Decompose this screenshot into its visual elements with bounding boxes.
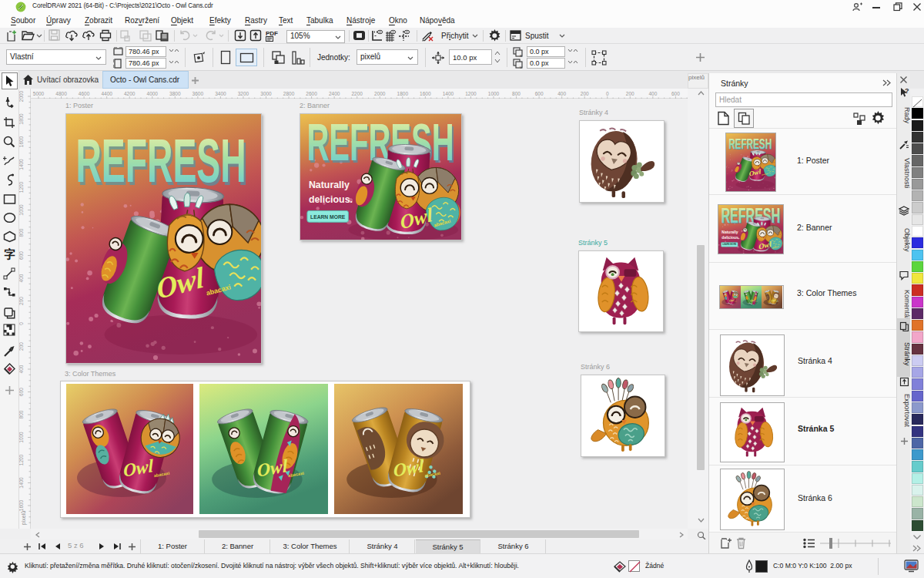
svg-text:4600: 4600 xyxy=(79,91,90,96)
svg-text:2800: 2800 xyxy=(283,91,295,96)
svg-text:1800: 1800 xyxy=(19,113,24,125)
svg-text:2000: 2000 xyxy=(374,91,386,96)
svg-text:600: 600 xyxy=(19,388,24,396)
svg-text:pixelů: pixelů xyxy=(21,511,27,525)
svg-text:1600: 1600 xyxy=(19,136,24,147)
svg-text:1000: 1000 xyxy=(488,91,500,96)
svg-text:800: 800 xyxy=(19,228,24,237)
svg-text:800: 800 xyxy=(19,410,24,418)
svg-text:1600: 1600 xyxy=(19,499,24,511)
svg-text:3400: 3400 xyxy=(215,91,226,96)
svg-text:0: 0 xyxy=(606,91,609,96)
svg-text:1800: 1800 xyxy=(397,91,409,96)
svg-text:2600: 2600 xyxy=(306,91,317,96)
svg-text:1200: 1200 xyxy=(19,181,24,193)
svg-text:1400: 1400 xyxy=(19,159,24,170)
svg-text:800: 800 xyxy=(512,91,521,96)
svg-text:400: 400 xyxy=(557,91,566,96)
svg-text:600: 600 xyxy=(535,91,544,96)
svg-text:2000: 2000 xyxy=(19,90,24,102)
svg-text:3200: 3200 xyxy=(238,91,249,96)
svg-text:3000: 3000 xyxy=(260,91,272,96)
svg-text:2400: 2400 xyxy=(329,91,340,96)
svg-text:400: 400 xyxy=(19,365,24,373)
svg-text:200: 200 xyxy=(19,297,24,305)
svg-text:1000: 1000 xyxy=(19,432,24,443)
svg-text:y: y xyxy=(520,65,522,69)
svg-text:1200: 1200 xyxy=(19,454,24,465)
svg-text:4400: 4400 xyxy=(101,91,112,96)
svg-text:1400: 1400 xyxy=(443,91,454,96)
svg-text:3800: 3800 xyxy=(169,91,181,96)
svg-text:1000: 1000 xyxy=(19,204,24,216)
svg-text:x: x xyxy=(520,53,522,58)
svg-text:5000: 5000 xyxy=(33,91,45,96)
svg-text:字: 字 xyxy=(4,247,15,260)
svg-text:4800: 4800 xyxy=(55,91,67,96)
svg-text:4000: 4000 xyxy=(147,91,159,96)
svg-text:?: ? xyxy=(905,87,909,95)
svg-text:200: 200 xyxy=(626,91,634,96)
svg-text:400: 400 xyxy=(19,274,24,282)
svg-text:400: 400 xyxy=(648,91,657,96)
svg-text:200: 200 xyxy=(581,91,589,96)
svg-text:4200: 4200 xyxy=(124,91,136,96)
svg-text:200: 200 xyxy=(19,342,24,351)
svg-text:2200: 2200 xyxy=(351,91,363,96)
svg-text:600: 600 xyxy=(671,91,680,96)
svg-text:1600: 1600 xyxy=(420,91,431,96)
svg-text:1200: 1200 xyxy=(465,91,477,96)
svg-text:0: 0 xyxy=(19,322,24,325)
svg-text:600: 600 xyxy=(19,251,24,260)
svg-text:3600: 3600 xyxy=(192,91,204,96)
svg-text:1400: 1400 xyxy=(19,477,24,489)
